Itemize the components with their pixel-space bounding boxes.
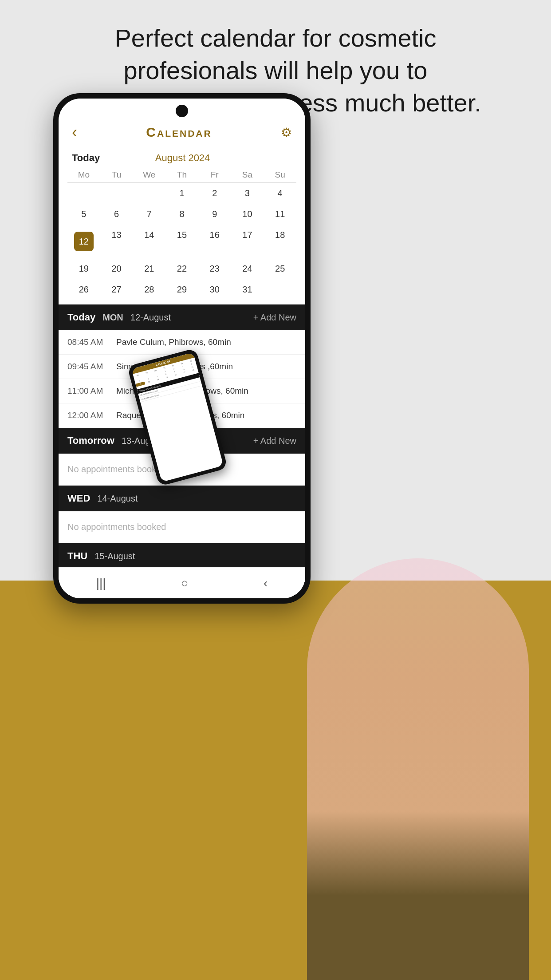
cal-cell-5[interactable]: 5 [67, 204, 100, 225]
cal-cell-14[interactable]: 14 [133, 225, 165, 258]
cal-cell-13[interactable]: 13 [100, 225, 133, 258]
calendar-section: Today August 2024 Mo Tu We Th Fr Sa Su [59, 149, 305, 304]
app-title: Calendar [146, 125, 212, 140]
cal-cell-15[interactable]: 15 [165, 225, 198, 258]
cal-cell-2[interactable]: 2 [198, 183, 231, 204]
day-date-thu: 15-August [94, 551, 135, 561]
day-mo: Mo [67, 170, 100, 180]
cal-cell-31[interactable]: 31 [231, 279, 264, 300]
cal-cell-empty [100, 183, 133, 204]
cal-cell-29[interactable]: 29 [165, 279, 198, 300]
add-new-tomorrow[interactable]: + Add New [253, 436, 296, 446]
day-info-wed: WED 14-August [67, 493, 138, 504]
day-we: We [133, 170, 165, 180]
app-content[interactable]: ‹ Calendar ⚙ Today August 2024 Mo Tu We … [59, 99, 305, 598]
today-cell[interactable]: 12 [74, 232, 94, 251]
day-tu: Tu [100, 170, 133, 180]
appt-detail: Pavle Culum, Phibrows, 60min [116, 337, 231, 347]
day-label-thu: THU [67, 550, 87, 562]
day-headers: Mo Tu We Th Fr Sa Su [67, 167, 296, 183]
cal-cell-16[interactable]: 16 [198, 225, 231, 258]
calendar-week-5: 26 27 28 29 30 31 [67, 279, 296, 300]
tagline-text: Perfect calendar for cosmetic [114, 24, 436, 52]
month-row: Today August 2024 [67, 149, 296, 167]
day-dow-today: MON [102, 312, 123, 323]
cal-cell-19[interactable]: 19 [67, 258, 100, 279]
cal-cell-12[interactable]: 12 [67, 225, 100, 258]
cal-cell-30[interactable]: 30 [198, 279, 231, 300]
day-sa: Sa [231, 170, 264, 180]
cal-cell-empty [264, 279, 296, 300]
cal-cell-18[interactable]: 18 [264, 225, 296, 258]
day-header-today: Today MON 12-August + Add New [59, 304, 305, 330]
cal-cell-4[interactable]: 4 [264, 183, 296, 204]
phone-device: ‹ Calendar ⚙ Today August 2024 Mo Tu We … [53, 93, 311, 604]
cal-cell-9[interactable]: 9 [198, 204, 231, 225]
phone-screen: ‹ Calendar ⚙ Today August 2024 Mo Tu We … [59, 99, 305, 598]
tagline-line2: profesionals will help you to [124, 56, 428, 84]
cal-cell-26[interactable]: 26 [67, 279, 100, 300]
settings-icon[interactable]: ⚙ [281, 125, 292, 140]
calendar-week-1: 1 2 3 4 [67, 183, 296, 204]
cal-cell-6[interactable]: 6 [100, 204, 133, 225]
cal-cell-22[interactable]: 22 [165, 258, 198, 279]
cal-cell-7[interactable]: 7 [133, 204, 165, 225]
cal-cell-1[interactable]: 1 [165, 183, 198, 204]
appt-time: 11:00 AM [67, 386, 116, 396]
cal-cell-24[interactable]: 24 [231, 258, 264, 279]
cal-cell-10[interactable]: 10 [231, 204, 264, 225]
cal-cell-17[interactable]: 17 [231, 225, 264, 258]
appt-time: 08:45 AM [67, 337, 116, 347]
cal-cell-28[interactable]: 28 [133, 279, 165, 300]
calendar-week-2: 5 6 7 8 9 10 11 [67, 204, 296, 225]
appt-time: 12:00 AM [67, 411, 116, 420]
cal-cell-25[interactable]: 25 [264, 258, 296, 279]
day-su: Su [264, 170, 296, 180]
day-fr: Fr [198, 170, 231, 180]
nav-home-icon[interactable]: ○ [181, 576, 189, 590]
day-info-thu: THU 15-August [67, 550, 135, 562]
camera-notch [176, 105, 188, 117]
no-appointments-wed: No appointments booked [59, 511, 305, 543]
day-th: Th [165, 170, 198, 180]
background-bottom [0, 581, 551, 980]
month-label: August 2024 [155, 152, 210, 164]
appt-time: 09:45 AM [67, 362, 116, 371]
day-label-tomorrow: Tomorrow [67, 435, 114, 447]
add-new-today[interactable]: + Add New [253, 312, 296, 323]
calendar-week-4: 19 20 21 22 23 24 25 [67, 258, 296, 279]
cal-cell-empty [67, 183, 100, 204]
cal-cell-8[interactable]: 8 [165, 204, 198, 225]
day-header-wed: WED 14-August [59, 486, 305, 511]
day-date-wed: 14-August [97, 494, 138, 504]
day-label-wed: WED [67, 493, 90, 504]
calendar-week-3: 12 13 14 15 16 17 18 [67, 225, 296, 258]
schedule-wed: WED 14-August No appointments booked [59, 486, 305, 543]
day-info-today: Today MON 12-August [67, 312, 171, 323]
back-button[interactable]: ‹ [72, 123, 77, 142]
nav-back-icon[interactable]: ‹ [264, 576, 268, 590]
cal-cell-27[interactable]: 27 [100, 279, 133, 300]
appointment-row[interactable]: 08:45 AM Pavle Culum, Phibrows, 60min [59, 330, 305, 355]
cal-cell-3[interactable]: 3 [231, 183, 264, 204]
cal-cell-23[interactable]: 23 [198, 258, 231, 279]
cal-cell-11[interactable]: 11 [264, 204, 296, 225]
bottom-nav: ||| ○ ‹ [59, 567, 305, 598]
day-header-thu: THU 15-August [59, 543, 305, 569]
cal-cell-empty [133, 183, 165, 204]
cal-cell-20[interactable]: 20 [100, 258, 133, 279]
today-button[interactable]: Today [72, 152, 100, 164]
day-label-today: Today [67, 312, 95, 323]
nav-recent-icon[interactable]: ||| [96, 576, 106, 590]
cal-cell-21[interactable]: 21 [133, 258, 165, 279]
day-date-today: 12-August [130, 312, 171, 323]
